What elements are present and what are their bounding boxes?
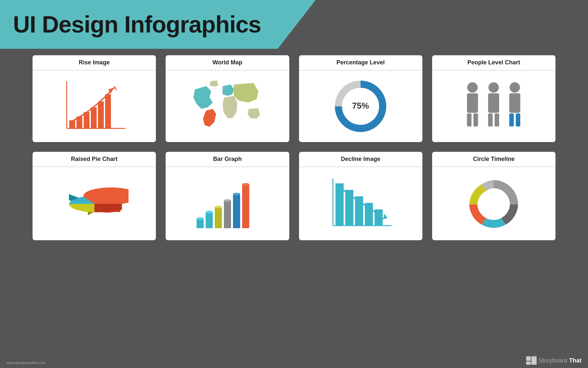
svg-rect-24 — [516, 113, 520, 126]
svg-rect-15 — [467, 113, 472, 126]
percentage-donut-container: 75% — [333, 79, 388, 134]
svg-rect-20 — [495, 113, 499, 126]
footer-brand: StoryboardThat — [526, 356, 581, 365]
svg-rect-14 — [467, 93, 478, 113]
svg-point-17 — [488, 82, 499, 93]
svg-rect-29 — [224, 201, 231, 228]
rise-image-svg — [60, 78, 129, 135]
svg-rect-31 — [242, 184, 249, 228]
svg-point-32 — [197, 217, 204, 220]
world-map-svg — [188, 80, 267, 133]
card-percentage-level: Percentage Level 75% — [299, 55, 422, 142]
card-body-people-level-chart — [432, 71, 555, 142]
people-svg — [458, 77, 529, 136]
footer-website: www.storyboardthat.com — [7, 361, 46, 365]
decline-svg — [326, 175, 395, 232]
svg-point-36 — [233, 193, 240, 195]
svg-rect-30 — [233, 194, 240, 228]
card-body-percentage-level: 75% — [299, 71, 422, 142]
svg-point-35 — [224, 199, 231, 202]
brand-storyboard: Storyboard — [539, 357, 567, 364]
card-world-map: World Map — [166, 55, 289, 142]
svg-rect-48 — [526, 356, 531, 361]
card-decline-image: Decline Image — [299, 152, 422, 240]
svg-rect-28 — [215, 207, 222, 228]
svg-rect-49 — [526, 361, 531, 365]
svg-rect-50 — [531, 356, 537, 365]
card-body-world-map — [166, 71, 289, 142]
svg-rect-16 — [473, 113, 478, 126]
brand-icon — [526, 356, 537, 365]
card-body-bar-graph — [166, 167, 289, 240]
card-title-percentage-level: Percentage Level — [299, 55, 422, 71]
card-title-rise-image: Rise Image — [33, 55, 156, 71]
bar-graph-svg — [193, 176, 262, 231]
svg-marker-9 — [114, 86, 117, 91]
footer-website-text: www.storyboardthat.com — [7, 361, 46, 365]
card-title-world-map: World Map — [166, 55, 289, 71]
card-title-decline-image: Decline Image — [299, 152, 422, 167]
brand-that: That — [569, 357, 581, 364]
svg-point-34 — [215, 206, 222, 208]
card-circle-timeline: Circle Timeline — [432, 152, 555, 240]
card-bar-graph: Bar Graph — [166, 152, 289, 240]
card-title-people-level-chart: People Level Chart — [432, 55, 555, 71]
card-body-raised-pie-chart — [33, 167, 156, 240]
svg-rect-6 — [98, 101, 104, 128]
card-title-bar-graph: Bar Graph — [166, 152, 289, 167]
circle-timeline-svg — [463, 174, 525, 234]
card-title-circle-timeline: Circle Timeline — [432, 152, 555, 167]
svg-rect-27 — [206, 212, 213, 228]
main-grid: Rise Image World Map — [33, 55, 555, 240]
svg-rect-18 — [488, 93, 499, 113]
svg-rect-5 — [91, 107, 97, 128]
percentage-text: 75% — [352, 101, 369, 111]
card-raised-pie-chart: Raised Pie Chart — [33, 152, 156, 240]
svg-marker-46 — [383, 214, 388, 219]
header-banner: UI Design Infographics — [0, 0, 316, 49]
card-people-level-chart: People Level Chart — [432, 55, 555, 142]
card-rise-image: Rise Image — [33, 55, 156, 142]
svg-rect-19 — [488, 113, 493, 126]
svg-rect-26 — [197, 218, 204, 228]
svg-point-47 — [480, 191, 507, 218]
card-body-decline-image — [299, 167, 422, 240]
svg-point-33 — [206, 211, 213, 213]
header-title: UI Design Infographics — [13, 11, 261, 38]
card-body-circle-timeline — [432, 167, 555, 240]
svg-point-37 — [242, 183, 249, 186]
card-title-raised-pie-chart: Raised Pie Chart — [33, 152, 156, 167]
svg-point-13 — [467, 82, 478, 93]
raised-pie-svg2 — [60, 178, 129, 230]
svg-rect-23 — [509, 113, 514, 126]
percentage-donut-svg: 75% — [333, 79, 388, 134]
svg-rect-22 — [509, 93, 520, 113]
svg-point-21 — [510, 82, 520, 93]
svg-rect-7 — [105, 94, 111, 128]
card-body-rise-image — [33, 71, 156, 142]
